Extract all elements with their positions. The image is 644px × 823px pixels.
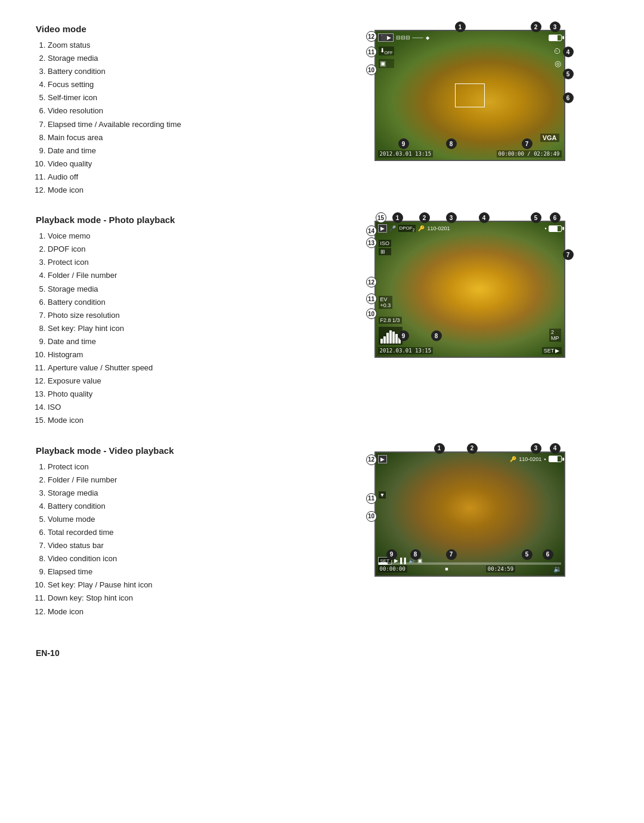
battery-area bbox=[549, 35, 562, 41]
p-label-7: 7 bbox=[563, 249, 574, 260]
list-item: ISO bbox=[48, 401, 313, 414]
volume-level-icon: 🔉 bbox=[553, 565, 562, 573]
video-screen-wrapper: 1 2 3 4 5 6 7 8 9 10 11 12 ⬛ bbox=[374, 30, 565, 161]
list-item: Video quality bbox=[48, 157, 313, 171]
zoom-bar-osd: —— bbox=[413, 35, 423, 41]
label-9: 9 bbox=[398, 138, 409, 149]
list-item: Date and time bbox=[48, 144, 313, 157]
voice-memo-icon: 🎤 bbox=[389, 225, 396, 231]
p-label-14: 14 bbox=[366, 225, 377, 236]
page-number: EN-10 bbox=[36, 648, 60, 658]
list-item: Focus setting bbox=[48, 78, 313, 91]
list-item: Volume mode bbox=[48, 513, 313, 526]
p-label-1: 1 bbox=[392, 212, 403, 223]
p-label-15: 15 bbox=[376, 212, 386, 223]
photo-playback-title: Playback mode - Photo playback bbox=[36, 215, 313, 225]
list-item: Protect icon bbox=[48, 256, 313, 269]
stop-hint-icon: ▼ bbox=[379, 491, 386, 499]
label-5: 5 bbox=[563, 69, 574, 79]
zoom-dot: ◆ bbox=[426, 35, 429, 41]
mode-icon-osd: ⬛▶ bbox=[378, 33, 394, 42]
play-mode-icon: ▶ bbox=[378, 224, 387, 233]
p-label-10: 10 bbox=[366, 308, 377, 319]
p-label-13: 13 bbox=[366, 237, 377, 248]
list-item: Self-timer icon bbox=[48, 91, 313, 104]
list-item: Video status bar bbox=[48, 539, 313, 552]
list-item: Video resolution bbox=[48, 104, 313, 117]
video-mode-list: Zoom status Storage media Battery condit… bbox=[36, 39, 313, 197]
storage-icon: ⊟⊟⊟ bbox=[396, 35, 410, 41]
iso-label: ISO bbox=[379, 240, 392, 247]
vp-label-9: 9 bbox=[386, 549, 397, 560]
date-time-osd: 2012.03.01 13:15 bbox=[378, 150, 434, 157]
photo-playback-right: 1 2 3 4 5 6 7 8 9 10 11 12 13 14 15 bbox=[331, 215, 608, 358]
self-timer-icon: ⏲ bbox=[553, 47, 561, 55]
storage-battery-area: ▪ bbox=[544, 225, 561, 232]
label-8: 8 bbox=[446, 138, 457, 149]
vp-label-4: 4 bbox=[550, 443, 561, 454]
protect-icon-osd: 🔑 bbox=[418, 225, 425, 231]
video-quality-icon: ▣ bbox=[379, 59, 394, 68]
list-item: Battery condition bbox=[48, 65, 313, 78]
list-item: Voice memo bbox=[48, 230, 313, 243]
vp-label-2: 2 bbox=[467, 443, 478, 454]
list-item: Protect icon bbox=[48, 460, 313, 474]
label-6: 6 bbox=[563, 92, 574, 103]
label-4: 4 bbox=[563, 47, 574, 57]
list-item: Battery condition bbox=[48, 500, 313, 513]
page-container: Video mode Zoom status Storage media Bat… bbox=[36, 24, 608, 658]
label-7: 7 bbox=[522, 138, 532, 149]
vga-badge: VGA bbox=[540, 134, 559, 142]
photo-date-time: 2012.03.01 13:15 bbox=[378, 347, 434, 354]
focus-icon: ◎ bbox=[555, 59, 561, 68]
p-label-3: 3 bbox=[446, 212, 457, 223]
vp-label-1: 1 bbox=[434, 443, 445, 454]
megapixel-badge: 2MP bbox=[549, 329, 561, 342]
vp-label-6: 6 bbox=[543, 549, 553, 560]
list-item: Mode icon bbox=[48, 414, 313, 427]
vplay-total-time-sep: ■ bbox=[445, 566, 448, 572]
photo-quality-icon: ⊞ bbox=[379, 248, 392, 255]
vplay-file-number: 110-0201 bbox=[519, 456, 541, 462]
video-mode-section: Video mode Zoom status Storage media Bat… bbox=[36, 24, 608, 197]
vplay-elapsed: 00:00:00 bbox=[378, 565, 407, 573]
page-number-area: EN-10 bbox=[36, 648, 608, 658]
photo-screen-wrapper: 1 2 3 4 5 6 7 8 9 10 11 12 13 14 15 bbox=[374, 221, 565, 358]
video-mode-right: 1 2 3 4 5 6 7 8 9 10 11 12 ⬛ bbox=[331, 24, 608, 161]
list-item: Storage media bbox=[48, 52, 313, 65]
vplay-storage-icon: ▪ bbox=[544, 456, 546, 462]
label-11: 11 bbox=[366, 47, 377, 57]
label-10: 10 bbox=[366, 64, 377, 75]
set-key-hint: SET ▶ bbox=[542, 347, 562, 354]
photo-playback-section: Playback mode - Photo playback Voice mem… bbox=[36, 215, 608, 427]
storage-icon-photo: ▪ bbox=[544, 225, 546, 231]
dpof-icon-osd: DPOF2 bbox=[398, 225, 416, 233]
list-item: Set key: Play / Pause hint icon bbox=[48, 578, 313, 592]
video-playback-list: Protect icon Folder / File number Storag… bbox=[36, 460, 313, 618]
label-12: 12 bbox=[366, 31, 377, 42]
file-number-osd: 110-0201 bbox=[427, 225, 450, 231]
list-item: Mode icon bbox=[48, 605, 313, 618]
list-item: Histogram bbox=[48, 348, 313, 361]
audio-off-icon: ⬇OFF bbox=[379, 47, 394, 55]
vplay-screen-wrapper: 1 2 3 4 5 6 7 8 9 10 11 12 ▶ bbox=[374, 451, 565, 577]
list-item: Aperture value / Shutter speed bbox=[48, 361, 313, 375]
list-item: Exposure value bbox=[48, 375, 313, 388]
list-item: Zoom status bbox=[48, 39, 313, 52]
vplay-protect-icon: 🔑 bbox=[510, 456, 516, 462]
p-label-6: 6 bbox=[550, 212, 561, 223]
vplay-total-time: 00:24:59 bbox=[486, 565, 515, 573]
p-label-9: 9 bbox=[398, 330, 409, 341]
label-2: 2 bbox=[531, 21, 541, 32]
vplay-top-right: 🔑 110-0201 ▪ bbox=[510, 456, 561, 462]
p-label-5: 5 bbox=[531, 212, 541, 223]
list-item: Photo size resolution bbox=[48, 309, 313, 322]
vp-label-3: 3 bbox=[531, 443, 541, 454]
photo-playback-left: Playback mode - Photo playback Voice mem… bbox=[36, 215, 313, 427]
list-item: Down key: Stop hint icon bbox=[48, 592, 313, 605]
p-label-4: 4 bbox=[479, 212, 490, 223]
p-label-12: 12 bbox=[366, 277, 377, 287]
list-item: Folder / File number bbox=[48, 474, 313, 487]
list-item: DPOF icon bbox=[48, 243, 313, 256]
vp-label-7: 7 bbox=[446, 549, 457, 560]
